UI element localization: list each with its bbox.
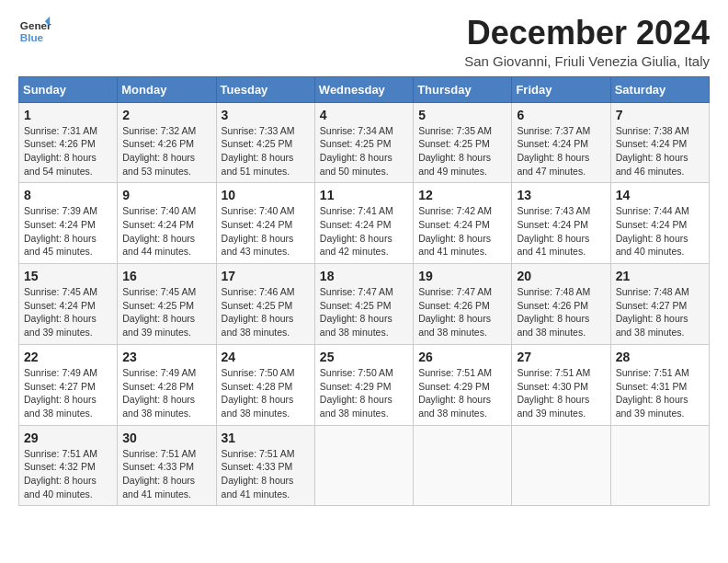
calendar-cell: 16 Sunrise: 7:45 AM Sunset: 4:25 PM Dayl… — [118, 264, 216, 345]
day-info: Sunrise: 7:48 AM Sunset: 4:26 PM Dayligh… — [517, 285, 605, 339]
day-info: Sunrise: 7:37 AM Sunset: 4:24 PM Dayligh… — [517, 124, 605, 178]
calendar-cell: 13 Sunrise: 7:43 AM Sunset: 4:24 PM Dayl… — [512, 183, 610, 264]
day-info: Sunrise: 7:48 AM Sunset: 4:27 PM Dayligh… — [616, 285, 704, 339]
calendar-cell: 1 Sunrise: 7:31 AM Sunset: 4:26 PM Dayli… — [19, 102, 118, 183]
weekday-header-tuesday: Tuesday — [216, 76, 314, 102]
calendar-cell: 8 Sunrise: 7:39 AM Sunset: 4:24 PM Dayli… — [19, 183, 118, 264]
day-number: 21 — [616, 269, 704, 283]
calendar-cell: 22 Sunrise: 7:49 AM Sunset: 4:27 PM Dayl… — [19, 344, 118, 425]
day-number: 15 — [24, 269, 112, 283]
calendar-cell — [414, 425, 512, 506]
day-info: Sunrise: 7:40 AM Sunset: 4:24 PM Dayligh… — [222, 204, 310, 259]
day-number: 6 — [517, 108, 605, 122]
calendar-cell — [610, 425, 709, 506]
day-info: Sunrise: 7:45 AM Sunset: 4:24 PM Dayligh… — [24, 285, 112, 339]
day-info: Sunrise: 7:45 AM Sunset: 4:25 PM Dayligh… — [122, 285, 210, 339]
day-info: Sunrise: 7:51 AM Sunset: 4:33 PM Dayligh… — [122, 447, 210, 501]
calendar-cell: 2 Sunrise: 7:32 AM Sunset: 4:26 PM Dayli… — [118, 102, 216, 183]
day-number: 12 — [418, 188, 506, 202]
weekday-header-saturday: Saturday — [610, 76, 709, 102]
calendar-week-5: 29 Sunrise: 7:51 AM Sunset: 4:32 PM Dayl… — [19, 425, 710, 506]
weekday-header-wednesday: Wednesday — [314, 76, 413, 102]
logo: General Blue — [18, 15, 51, 48]
page-subtitle: San Giovanni, Friuli Venezia Giulia, Ita… — [464, 53, 710, 69]
calendar-cell: 3 Sunrise: 7:33 AM Sunset: 4:25 PM Dayli… — [216, 102, 314, 183]
day-info: Sunrise: 7:46 AM Sunset: 4:25 PM Dayligh… — [222, 285, 310, 339]
page-title: December 2024 — [464, 15, 710, 52]
calendar-cell — [314, 425, 413, 506]
day-number: 2 — [122, 108, 210, 122]
day-info: Sunrise: 7:51 AM Sunset: 4:33 PM Dayligh… — [222, 447, 310, 501]
day-number: 22 — [24, 350, 112, 364]
weekday-header-thursday: Thursday — [414, 76, 512, 102]
day-number: 5 — [418, 108, 506, 122]
day-number: 13 — [517, 188, 605, 202]
calendar-cell: 25 Sunrise: 7:50 AM Sunset: 4:29 PM Dayl… — [314, 344, 413, 425]
calendar-week-4: 22 Sunrise: 7:49 AM Sunset: 4:27 PM Dayl… — [19, 344, 710, 425]
calendar-cell: 4 Sunrise: 7:34 AM Sunset: 4:25 PM Dayli… — [314, 102, 413, 183]
day-info: Sunrise: 7:51 AM Sunset: 4:32 PM Dayligh… — [24, 447, 112, 501]
day-info: Sunrise: 7:50 AM Sunset: 4:28 PM Dayligh… — [222, 366, 310, 420]
day-info: Sunrise: 7:50 AM Sunset: 4:29 PM Dayligh… — [320, 366, 408, 420]
weekday-header-monday: Monday — [118, 76, 216, 102]
calendar-cell: 21 Sunrise: 7:48 AM Sunset: 4:27 PM Dayl… — [610, 264, 709, 345]
day-number: 28 — [616, 350, 704, 364]
day-number: 18 — [320, 269, 408, 283]
calendar-cell — [512, 425, 610, 506]
logo-icon: General Blue — [18, 15, 51, 48]
day-number: 3 — [222, 108, 310, 122]
header: General Blue December 2024 San Giovanni,… — [18, 15, 710, 69]
day-number: 29 — [24, 431, 112, 445]
day-info: Sunrise: 7:33 AM Sunset: 4:25 PM Dayligh… — [222, 124, 310, 178]
calendar-cell: 31 Sunrise: 7:51 AM Sunset: 4:33 PM Dayl… — [216, 425, 314, 506]
calendar-week-3: 15 Sunrise: 7:45 AM Sunset: 4:24 PM Dayl… — [19, 264, 710, 345]
day-number: 23 — [122, 350, 210, 364]
calendar-cell: 28 Sunrise: 7:51 AM Sunset: 4:31 PM Dayl… — [610, 344, 709, 425]
calendar-cell: 14 Sunrise: 7:44 AM Sunset: 4:24 PM Dayl… — [610, 183, 709, 264]
calendar-week-2: 8 Sunrise: 7:39 AM Sunset: 4:24 PM Dayli… — [19, 183, 710, 264]
day-number: 7 — [616, 108, 704, 122]
day-info: Sunrise: 7:51 AM Sunset: 4:29 PM Dayligh… — [418, 366, 506, 420]
day-number: 1 — [24, 108, 112, 122]
day-info: Sunrise: 7:49 AM Sunset: 4:27 PM Dayligh… — [24, 366, 112, 420]
calendar-cell: 12 Sunrise: 7:42 AM Sunset: 4:24 PM Dayl… — [414, 183, 512, 264]
day-number: 16 — [122, 269, 210, 283]
day-number: 27 — [517, 350, 605, 364]
calendar-cell: 30 Sunrise: 7:51 AM Sunset: 4:33 PM Dayl… — [118, 425, 216, 506]
day-info: Sunrise: 7:40 AM Sunset: 4:24 PM Dayligh… — [122, 204, 210, 259]
day-number: 24 — [222, 350, 310, 364]
day-info: Sunrise: 7:51 AM Sunset: 4:31 PM Dayligh… — [616, 366, 704, 420]
day-number: 25 — [320, 350, 408, 364]
calendar-cell: 23 Sunrise: 7:49 AM Sunset: 4:28 PM Dayl… — [118, 344, 216, 425]
calendar-cell: 7 Sunrise: 7:38 AM Sunset: 4:24 PM Dayli… — [610, 102, 709, 183]
weekday-header-row: SundayMondayTuesdayWednesdayThursdayFrid… — [19, 76, 710, 102]
calendar-table: SundayMondayTuesdayWednesdayThursdayFrid… — [18, 76, 710, 507]
day-info: Sunrise: 7:34 AM Sunset: 4:25 PM Dayligh… — [320, 124, 408, 178]
day-info: Sunrise: 7:42 AM Sunset: 4:24 PM Dayligh… — [418, 204, 506, 259]
day-info: Sunrise: 7:47 AM Sunset: 4:25 PM Dayligh… — [320, 285, 408, 339]
day-info: Sunrise: 7:31 AM Sunset: 4:26 PM Dayligh… — [24, 124, 112, 178]
day-number: 17 — [222, 269, 310, 283]
calendar-cell: 26 Sunrise: 7:51 AM Sunset: 4:29 PM Dayl… — [414, 344, 512, 425]
svg-text:Blue: Blue — [20, 31, 44, 43]
day-number: 8 — [24, 188, 112, 202]
calendar-cell: 17 Sunrise: 7:46 AM Sunset: 4:25 PM Dayl… — [216, 264, 314, 345]
day-number: 11 — [320, 188, 408, 202]
day-number: 10 — [222, 188, 310, 202]
calendar-cell: 15 Sunrise: 7:45 AM Sunset: 4:24 PM Dayl… — [19, 264, 118, 345]
weekday-header-sunday: Sunday — [19, 76, 118, 102]
day-number: 20 — [517, 269, 605, 283]
calendar-cell: 20 Sunrise: 7:48 AM Sunset: 4:26 PM Dayl… — [512, 264, 610, 345]
weekday-header-friday: Friday — [512, 76, 610, 102]
calendar-cell: 11 Sunrise: 7:41 AM Sunset: 4:24 PM Dayl… — [314, 183, 413, 264]
day-number: 14 — [616, 188, 704, 202]
calendar-cell: 24 Sunrise: 7:50 AM Sunset: 4:28 PM Dayl… — [216, 344, 314, 425]
day-info: Sunrise: 7:44 AM Sunset: 4:24 PM Dayligh… — [616, 204, 704, 259]
calendar-cell: 18 Sunrise: 7:47 AM Sunset: 4:25 PM Dayl… — [314, 264, 413, 345]
day-info: Sunrise: 7:47 AM Sunset: 4:26 PM Dayligh… — [418, 285, 506, 339]
calendar-cell: 29 Sunrise: 7:51 AM Sunset: 4:32 PM Dayl… — [19, 425, 118, 506]
day-number: 19 — [418, 269, 506, 283]
day-info: Sunrise: 7:38 AM Sunset: 4:24 PM Dayligh… — [616, 124, 704, 178]
calendar-cell: 9 Sunrise: 7:40 AM Sunset: 4:24 PM Dayli… — [118, 183, 216, 264]
day-info: Sunrise: 7:35 AM Sunset: 4:25 PM Dayligh… — [418, 124, 506, 178]
